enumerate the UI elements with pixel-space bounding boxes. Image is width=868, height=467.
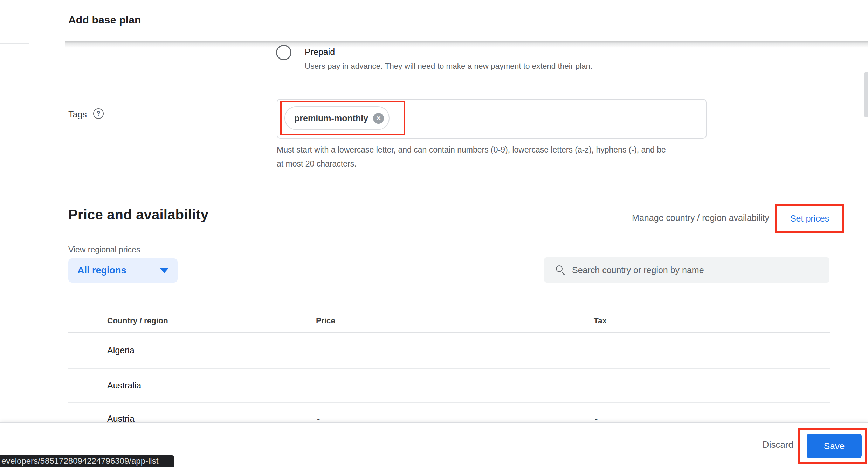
price-availability-heading: Price and availability: [68, 207, 208, 223]
column-header-price: Price: [316, 316, 335, 325]
tags-helper-text: Must start with a lowercase letter, and …: [277, 143, 715, 171]
page-header: Add base plan: [0, 0, 868, 41]
header-shadow: [65, 41, 868, 48]
row-divider: [68, 368, 830, 369]
save-button[interactable]: Save: [807, 434, 862, 458]
add-base-plan-page: Add base plan Prepaid Users pay in advan…: [0, 0, 868, 467]
row-divider: [68, 402, 830, 403]
page-title: Add base plan: [68, 14, 141, 26]
remove-tag-icon[interactable]: ✕: [373, 113, 384, 124]
table-row-tax: -: [595, 380, 598, 391]
table-row-country: Australia: [107, 380, 141, 391]
tag-chip[interactable]: premium-monthly ✕: [284, 106, 390, 130]
help-icon[interactable]: ?: [93, 108, 104, 119]
table-row-tax: -: [595, 345, 598, 356]
manage-availability-label: Manage country / region availability: [632, 213, 769, 223]
table-header-divider: [68, 332, 830, 333]
region-filter-value: All regions: [77, 265, 126, 276]
column-header-tax: Tax: [594, 316, 607, 325]
chevron-down-icon: [160, 268, 168, 273]
prepaid-radio-description: Users pay in advance. They will need to …: [305, 62, 592, 71]
table-row-price: -: [317, 345, 320, 356]
table-row-price: -: [317, 380, 320, 391]
prepaid-radio[interactable]: [276, 45, 291, 60]
rail-divider: [0, 151, 29, 151]
tag-chip-label: premium-monthly: [294, 113, 368, 123]
search-icon: [556, 265, 565, 275]
prepaid-radio-label: Prepaid: [305, 47, 335, 57]
region-filter-dropdown[interactable]: All regions: [68, 258, 178, 283]
view-regional-prices-label: View regional prices: [68, 245, 140, 255]
tags-label: Tags: [68, 109, 87, 120]
column-header-country: Country / region: [107, 316, 168, 325]
scrollbar-thumb[interactable]: [864, 72, 868, 117]
left-rail: [0, 0, 29, 467]
country-search-input[interactable]: [572, 265, 821, 275]
discard-button[interactable]: Discard: [763, 439, 793, 450]
country-search-box[interactable]: [544, 257, 829, 283]
table-row-country: Algeria: [107, 345, 135, 356]
rail-divider: [0, 43, 29, 44]
annotation-box-set-prices: Set prices: [775, 204, 844, 233]
tags-helper-line1: Must start with a lowercase letter, and …: [277, 143, 715, 157]
tags-helper-line2: at most 20 characters.: [277, 157, 715, 171]
status-url-tooltip: evelopers/5851728094224796309/app-list: [0, 455, 174, 467]
set-prices-link[interactable]: Set prices: [790, 214, 829, 224]
